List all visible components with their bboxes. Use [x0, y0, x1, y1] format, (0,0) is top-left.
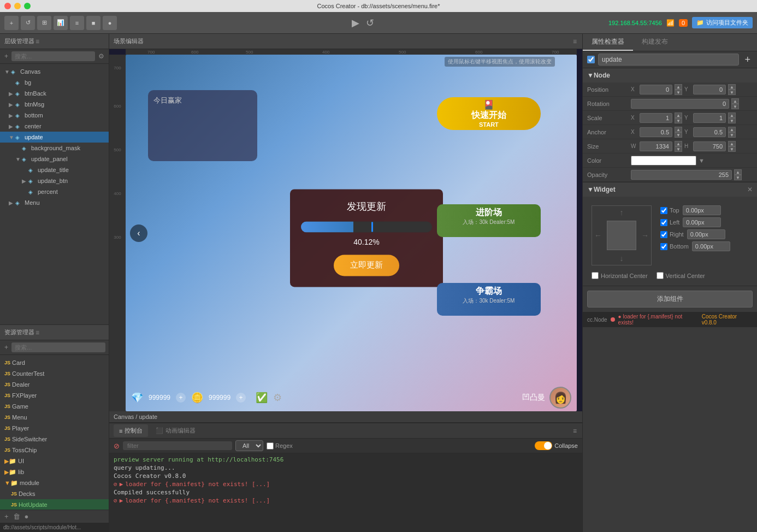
size-h-input[interactable]: [693, 141, 726, 151]
v-center-checkbox[interactable]: [657, 272, 664, 279]
battle-button[interactable]: 争霸场 入场：30k Dealer:5M: [437, 283, 541, 316]
console-menu-btn[interactable]: ≡: [572, 426, 578, 436]
asset-item-dealer[interactable]: JS Dealer: [0, 379, 109, 390]
minimize-btn[interactable]: [14, 3, 21, 9]
size-w-stepper[interactable]: ▲▼: [675, 141, 682, 152]
console-filter-input[interactable]: [123, 441, 232, 450]
tree-item-percent[interactable]: ◈ percent: [0, 186, 109, 197]
position-x-stepper[interactable]: ▲▼: [675, 84, 682, 95]
position-x-input[interactable]: [640, 85, 672, 94]
asset-item-lib[interactable]: ▶📁 lib: [0, 466, 109, 477]
left-checkbox-label[interactable]: Left: [660, 219, 679, 226]
top-checkbox[interactable]: [660, 207, 667, 214]
anchor-x-stepper[interactable]: ▲▼: [675, 127, 682, 138]
right-value-input[interactable]: [687, 229, 725, 239]
regex-checkbox[interactable]: Regex: [267, 442, 293, 450]
left-checkbox[interactable]: [660, 219, 667, 226]
log-level-select[interactable]: All: [235, 440, 263, 451]
right-checkbox-label[interactable]: Right: [660, 231, 684, 238]
asset-item-module[interactable]: ▼📁 module: [0, 477, 109, 488]
tree-item-update-panel[interactable]: ▼ ◈ update_panel: [0, 153, 109, 164]
opacity-input[interactable]: [631, 170, 732, 180]
collapse-toggle[interactable]: Collapse: [535, 441, 578, 450]
tree-item-canvas[interactable]: ▼ ◈ Canvas: [0, 66, 109, 77]
asset-item-game[interactable]: JS Game: [0, 401, 109, 412]
hierarchy-settings-btn[interactable]: ⚙: [97, 51, 105, 61]
arena-button[interactable]: 进阶场 入场：30k Dealer:5M: [437, 204, 541, 237]
widget-close-btn[interactable]: ✕: [747, 186, 753, 193]
node-active-checkbox[interactable]: [587, 56, 595, 63]
tree-item-update-btn[interactable]: ▶ ◈ update_btn: [0, 175, 109, 186]
rec-btn[interactable]: ●: [103, 16, 117, 30]
add-asset-btn[interactable]: +: [3, 342, 9, 352]
size-h-stepper[interactable]: ▲▼: [728, 141, 736, 152]
asset-item-card[interactable]: JS Card: [0, 357, 109, 368]
scale-y-stepper[interactable]: ▲▼: [728, 113, 736, 123]
rotation-input[interactable]: [631, 99, 729, 109]
assets-menu-btn[interactable]: ≡: [34, 328, 40, 338]
bottom-value-input[interactable]: [692, 241, 730, 251]
tree-item-bottom[interactable]: ▶ ◈ bottom: [0, 110, 109, 121]
toggle-switch[interactable]: [535, 441, 552, 450]
hierarchy-menu-btn[interactable]: ≡: [34, 37, 40, 46]
top-value-input[interactable]: [683, 205, 721, 215]
top-checkbox-label[interactable]: Top: [660, 207, 679, 214]
scale-x-stepper[interactable]: ▲▼: [675, 113, 682, 123]
tree-item-update[interactable]: ▼ ◈ update: [0, 132, 109, 143]
tab-animation[interactable]: ⬛ 动画编辑器: [150, 424, 201, 437]
asset-item-ui[interactable]: ▶📁 UI: [0, 456, 109, 466]
console-line-error[interactable]: ⊘ ▶ loader for {.manifest} not exists! […: [114, 480, 578, 488]
bottom-checkbox[interactable]: [660, 243, 667, 250]
v-center-checkbox-label[interactable]: Vertical Center: [657, 272, 705, 279]
node-section-header[interactable]: ▼ Node: [583, 68, 757, 82]
left-value-input[interactable]: [683, 217, 721, 227]
assets-add-icon[interactable]: +: [3, 511, 10, 522]
visit-folder-button[interactable]: 📁 访问项目文件夹: [692, 17, 753, 28]
tab-properties[interactable]: 属性检查器: [583, 34, 633, 51]
maximize-btn[interactable]: [24, 3, 31, 9]
asset-item-countertest[interactable]: JS CounterTest: [0, 368, 109, 379]
assets-search-input[interactable]: [11, 342, 105, 352]
anchor-y-stepper[interactable]: ▲▼: [728, 127, 736, 138]
scene-menu-btn[interactable]: ≡: [572, 37, 578, 46]
tree-item-bg-mask[interactable]: ◈ background_mask: [0, 143, 109, 153]
asset-item-menu[interactable]: JS Menu: [0, 412, 109, 423]
anchor-y-input[interactable]: [693, 127, 726, 137]
regex-input[interactable]: [267, 442, 274, 450]
add-diamond-btn[interactable]: +: [176, 393, 186, 403]
hierarchy-search-input[interactable]: [11, 51, 95, 61]
add-coin-btn[interactable]: +: [236, 393, 246, 403]
scale-x-input[interactable]: [640, 113, 672, 123]
expand-icon[interactable]: ▶: [120, 481, 123, 488]
new-btn[interactable]: +: [4, 16, 19, 30]
tree-item-btnback[interactable]: ▶ ◈ btnBack: [0, 88, 109, 99]
asset-item-sideswitcher[interactable]: JS SideSwitcher: [0, 434, 109, 445]
expand-icon[interactable]: ▶: [120, 497, 123, 504]
size-w-input[interactable]: [640, 141, 672, 151]
asset-item-decks[interactable]: JS Decks: [0, 488, 109, 499]
stop-btn[interactable]: ■: [86, 16, 100, 30]
color-swatch[interactable]: [631, 156, 696, 165]
scale-y-input[interactable]: [693, 113, 726, 123]
add-component-button[interactable]: 添加组件: [587, 291, 753, 308]
tree-item-menu[interactable]: ▶ ◈ Menu: [0, 197, 109, 208]
chart-btn[interactable]: 📊: [54, 16, 68, 30]
position-y-stepper[interactable]: ▲▼: [728, 84, 736, 95]
scene-canvas[interactable]: 700 600 500 400 500 600 700 840 700 600 …: [109, 49, 582, 411]
refresh-btn[interactable]: ↺: [21, 16, 35, 30]
node-add-component-quick-btn[interactable]: +: [742, 54, 753, 66]
add-node-btn[interactable]: +: [3, 51, 9, 61]
asset-item-fxplayer[interactable]: JS FXPlayer: [0, 390, 109, 401]
tab-console[interactable]: ≡ 控制台: [114, 424, 148, 437]
rotation-stepper[interactable]: ▲▼: [731, 98, 739, 109]
refresh-scene-button[interactable]: ↺: [366, 17, 374, 29]
asset-item-hotupdate[interactable]: JS HotUpdate: [0, 499, 109, 510]
asset-item-player[interactable]: JS Player: [0, 423, 109, 434]
h-center-checkbox[interactable]: [592, 272, 599, 279]
asset-item-tosschip[interactable]: JS TossChip: [0, 445, 109, 456]
tree-item-update-title[interactable]: ◈ update_title: [0, 164, 109, 175]
h-center-checkbox-label[interactable]: Horizontal Center: [592, 272, 648, 279]
assets-circle-icon[interactable]: ●: [23, 511, 30, 522]
anchor-x-input[interactable]: [640, 127, 672, 137]
tree-item-center[interactable]: ▶ ◈ center: [0, 121, 109, 132]
